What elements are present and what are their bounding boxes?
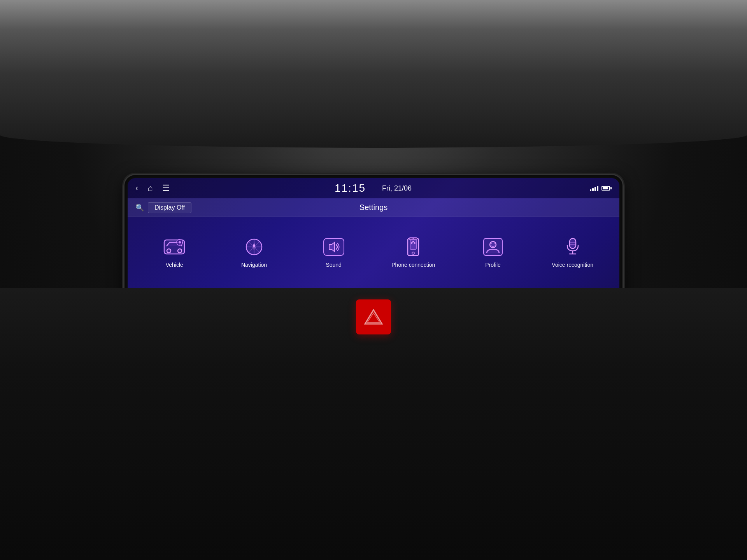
phone-connection-label: Phone connection bbox=[391, 261, 435, 268]
sound-label: Sound bbox=[326, 261, 341, 268]
date-display: Fri, 21/06 bbox=[382, 184, 412, 192]
battery-icon bbox=[601, 186, 612, 191]
car-dashboard: ‹ ⌂ ☰ 11:15 Fri, 21/06 bbox=[0, 0, 747, 560]
svg-point-26 bbox=[490, 242, 496, 248]
nav-controls: ‹ ⌂ ☰ bbox=[135, 183, 170, 193]
profile-label: Profile bbox=[485, 261, 501, 268]
search-icon[interactable]: 🔍 bbox=[135, 203, 144, 212]
signal-icon bbox=[590, 186, 598, 191]
display-off-button[interactable]: Display Off bbox=[148, 202, 191, 213]
phone-connection-item[interactable]: Phone connection bbox=[374, 221, 452, 283]
hazard-button[interactable] bbox=[356, 299, 391, 334]
status-indicators bbox=[590, 186, 612, 191]
phone-connection-icon bbox=[400, 236, 426, 258]
menu-button[interactable]: ☰ bbox=[162, 183, 170, 193]
svg-point-4 bbox=[179, 241, 181, 243]
page-title: Settings bbox=[359, 203, 388, 212]
sound-item[interactable]: Sound bbox=[295, 221, 373, 283]
navigation-item[interactable]: Navigation bbox=[215, 221, 293, 283]
status-bar: ‹ ⌂ ☰ 11:15 Fri, 21/06 bbox=[128, 178, 619, 198]
profile-item[interactable]: Profile bbox=[454, 221, 532, 283]
vehicle-icon bbox=[161, 236, 188, 258]
search-bar: 🔍 Display Off Settings bbox=[128, 198, 619, 217]
bottom-dashboard bbox=[0, 288, 747, 560]
navigation-icon bbox=[241, 236, 267, 258]
time-display: 11:15 bbox=[335, 182, 366, 194]
vehicle-label: Vehicle bbox=[166, 261, 183, 268]
navigation-label: Navigation bbox=[241, 261, 267, 268]
voice-recognition-item[interactable]: Voice recognition bbox=[533, 221, 612, 283]
svg-rect-29 bbox=[570, 238, 576, 248]
svg-point-2 bbox=[178, 249, 182, 253]
svg-point-24 bbox=[413, 238, 414, 239]
sound-icon bbox=[321, 236, 347, 258]
vehicle-item[interactable]: Vehicle bbox=[135, 221, 214, 283]
svg-point-1 bbox=[167, 249, 171, 253]
voice-recognition-icon bbox=[559, 236, 586, 258]
voice-recognition-label: Voice recognition bbox=[552, 261, 593, 268]
back-button[interactable]: ‹ bbox=[135, 183, 138, 193]
home-button[interactable]: ⌂ bbox=[147, 183, 153, 193]
profile-icon bbox=[480, 236, 506, 258]
